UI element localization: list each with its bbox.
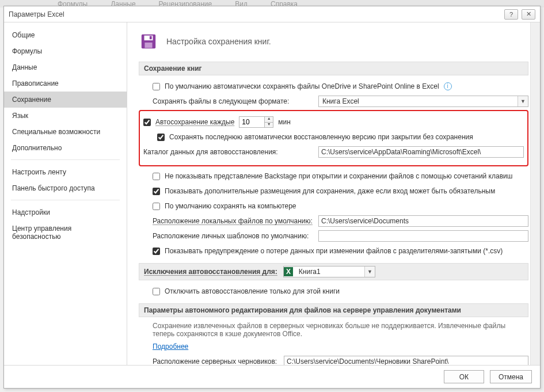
server-note: Сохранение извлеченных файлов в серверны… (153, 322, 528, 338)
ok-button[interactable]: ОК (444, 370, 484, 383)
nav-customize-ribbon[interactable]: Настроить ленту (4, 164, 127, 180)
section-save-books: Сохранение книг (139, 62, 528, 75)
autorecover-path-input[interactable] (318, 146, 524, 158)
disable-autorecover-label: Отключить автовосстановление только для … (165, 287, 340, 295)
content-pane: Настройка сохранения книг. Сохранение кн… (127, 22, 540, 365)
chk-csv-warning[interactable] (153, 248, 160, 255)
section-server-docs: Параметры автономного редактирования для… (139, 303, 528, 317)
category-sidebar: Общие Формулы Данные Правописание Сохран… (4, 22, 127, 365)
svg-rect-2 (144, 43, 152, 48)
spin-up[interactable]: ▲ (264, 116, 273, 122)
nav-formulas[interactable]: Формулы (4, 43, 127, 59)
nav-general[interactable]: Общие (4, 27, 127, 43)
exclude-book-combo[interactable]: Книга1 (295, 268, 364, 276)
autorecover-path-label: Каталог данных для автовосстановления: (143, 148, 314, 156)
local-files-label: Расположение локальных файлов по умолчан… (153, 217, 314, 225)
nav-save[interactable]: Сохранение (4, 92, 127, 108)
nav-data[interactable]: Данные (4, 59, 127, 75)
autosave-unit: мин (278, 118, 291, 126)
svg-text:X: X (286, 268, 291, 276)
nav-language[interactable]: Язык (4, 108, 127, 124)
drafts-label: Расположение серверных черновиков: (153, 357, 279, 365)
chk-autosave[interactable] (143, 119, 151, 126)
default-computer-label: По умолчанию сохранять на компьютере (165, 202, 296, 210)
spin-down[interactable]: ▼ (264, 122, 273, 128)
nav-advanced[interactable]: Дополнительно (4, 140, 127, 156)
autosave-interval-spinner[interactable]: ▲▼ (239, 116, 273, 128)
chk-default-computer[interactable] (153, 203, 160, 210)
svg-rect-3 (150, 36, 152, 40)
nav-quick-access[interactable]: Панель быстрого доступа (4, 180, 127, 196)
chk-show-additional-locations[interactable] (153, 188, 160, 195)
nav-proofing[interactable]: Правописание (4, 75, 127, 92)
options-dialog: Параметры Excel ? ✕ Общие Формулы Данные… (3, 6, 541, 389)
local-files-input[interactable] (318, 215, 528, 227)
chk-keep-last-autorecover[interactable] (157, 134, 165, 141)
dialog-footer: ОК Отмена (4, 365, 540, 388)
keep-last-label: Сохранять последнюю автоматически восста… (169, 133, 473, 141)
chk-no-backstage[interactable] (153, 173, 160, 180)
drafts-input[interactable] (284, 356, 528, 365)
close-button[interactable]: ✕ (522, 9, 535, 20)
page-heading: Настройка сохранения книг. (166, 37, 271, 46)
dialog-title: Параметры Excel (9, 10, 64, 18)
templates-input[interactable] (318, 230, 528, 242)
templates-label: Расположение личных шаблонов по умолчани… (153, 232, 314, 240)
titlebar: Параметры Excel ? ✕ (4, 6, 540, 22)
nav-accessibility[interactable]: Специальные возможности (4, 124, 127, 140)
autosave-highlight: Автосохранение каждые ▲▼ мин Сохранять п… (139, 110, 528, 166)
vertical-scrollbar[interactable] (530, 22, 540, 365)
no-backstage-label: Не показывать представление Backstage пр… (165, 172, 512, 180)
chevron-down-icon[interactable]: ▼ (364, 267, 375, 277)
save-icon (139, 32, 158, 51)
nav-trust-center[interactable]: Центр управления безопасностью (4, 220, 127, 245)
chevron-down-icon: ▼ (518, 96, 528, 106)
section-autorecover-exceptions: Исключения автовосстановления для: X Кни… (139, 263, 528, 280)
save-format-combo[interactable]: Книга Excel ▼ (318, 96, 528, 107)
nav-addins[interactable]: Надстройки (4, 204, 127, 220)
learn-more-link[interactable]: Подробнее (153, 342, 188, 351)
info-icon[interactable]: i (444, 82, 452, 90)
show-additional-label: Показывать дополнительные размещения для… (165, 187, 495, 195)
excel-file-icon: X (284, 267, 293, 276)
chk-onedrive-autosave[interactable] (153, 83, 160, 90)
help-button[interactable]: ? (504, 9, 518, 20)
cancel-button[interactable]: Отмена (490, 370, 532, 383)
save-format-label: Сохранять файлы в следующем формате: (153, 97, 314, 105)
chk-disable-autorecover-book[interactable] (153, 288, 160, 295)
csv-warning-label: Показывать предупреждение о потере данны… (165, 247, 503, 255)
chk-onedrive-label: По умолчанию автоматически сохранять фай… (165, 82, 439, 90)
autosave-label: Автосохранение каждые (155, 118, 234, 126)
